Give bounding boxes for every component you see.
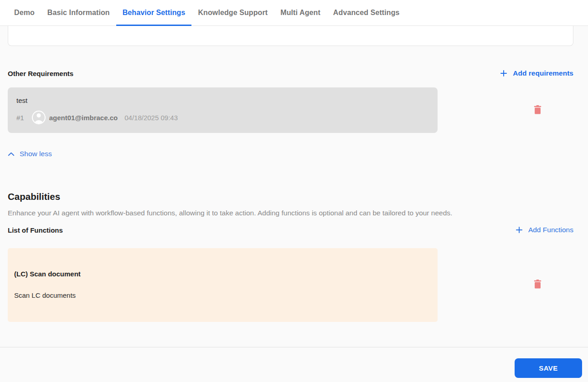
tab-advanced-settings[interactable]: Advanced Settings — [327, 0, 406, 25]
delete-requirement-button[interactable] — [528, 101, 547, 119]
requirement-card: test #1 agent01@imbrace.co 04/18/2025 09… — [8, 87, 438, 133]
capabilities-title: Capabilities — [8, 191, 60, 202]
settings-tab-bar: Demo Basic Information Behavior Settings… — [0, 0, 588, 26]
tab-basic-information[interactable]: Basic Information — [41, 0, 116, 25]
add-requirements-label: Add requirements — [513, 69, 573, 77]
requirement-author: agent01@imbrace.co — [49, 114, 118, 122]
tab-demo[interactable]: Demo — [8, 0, 41, 25]
tab-label: Knowledge Support — [198, 9, 268, 17]
tab-label: Demo — [14, 9, 35, 17]
requirement-meta: #1 agent01@imbrace.co 04/18/2025 09:43 — [16, 111, 429, 124]
tab-label: Basic Information — [47, 9, 110, 17]
delete-function-button[interactable] — [528, 275, 547, 294]
tab-label: Advanced Settings — [333, 9, 400, 17]
other-requirements-title: Other Requirements — [8, 70, 73, 77]
tab-behavior-settings[interactable]: Behavior Settings — [116, 0, 192, 25]
footer-bar: SAVE — [0, 347, 588, 382]
requirement-text: test — [16, 97, 429, 104]
other-requirements-header: Other Requirements Add requirements — [8, 69, 573, 78]
tab-multi-agent[interactable]: Multi Agent — [274, 0, 327, 25]
functions-header: List of Functions Add Functions — [8, 225, 573, 234]
function-card: (LC) Scan document Scan LC documents — [8, 248, 438, 322]
plus-icon — [515, 225, 524, 234]
chevron-up-icon — [8, 150, 15, 158]
capabilities-description: Enhance your AI agent with workflow-base… — [8, 209, 452, 217]
requirement-index: #1 — [16, 114, 24, 122]
requirement-timestamp: 04/18/2025 09:43 — [124, 114, 178, 122]
function-name: (LC) Scan document — [14, 270, 431, 278]
add-requirements-button[interactable]: Add requirements — [499, 69, 573, 78]
tab-knowledge-support[interactable]: Knowledge Support — [191, 0, 274, 25]
show-less-label: Show less — [20, 150, 52, 158]
plus-icon — [499, 69, 508, 78]
trash-icon — [532, 279, 543, 291]
requirements-textarea[interactable] — [8, 26, 573, 46]
add-functions-button[interactable]: Add Functions — [515, 225, 573, 234]
tab-label: Multi Agent — [280, 9, 320, 17]
add-functions-label: Add Functions — [528, 226, 573, 234]
person-avatar-icon — [32, 111, 46, 124]
save-button[interactable]: SAVE — [515, 358, 582, 378]
function-description: Scan LC documents — [14, 291, 431, 299]
list-of-functions-title: List of Functions — [8, 226, 63, 234]
show-less-button[interactable]: Show less — [8, 150, 52, 158]
trash-icon — [532, 104, 543, 117]
tab-label: Behavior Settings — [123, 9, 186, 17]
